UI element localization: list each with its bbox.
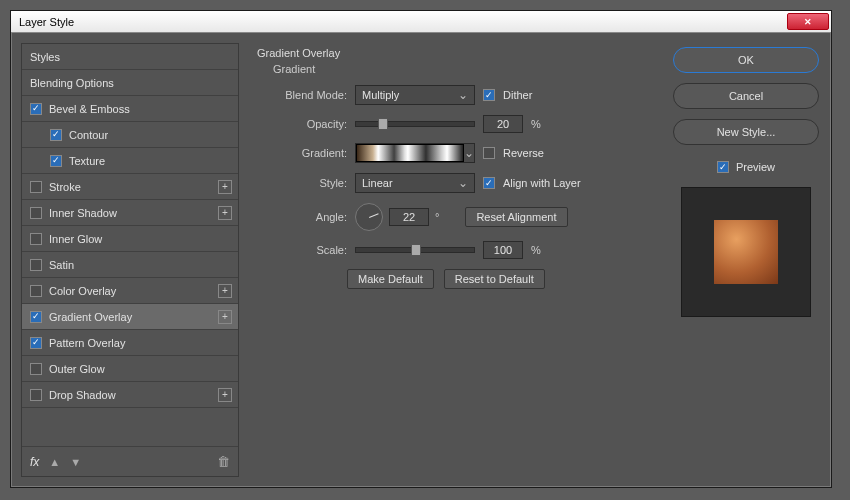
- blend-mode-dropdown[interactable]: Multiply: [355, 85, 475, 105]
- add-effect-button[interactable]: +: [218, 310, 232, 324]
- style-checkbox[interactable]: [30, 389, 42, 401]
- angle-label: Angle:: [257, 211, 347, 223]
- dither-label: Dither: [503, 89, 532, 101]
- styles-footer: fx ▲ ▼ 🗑: [22, 446, 238, 476]
- style-item-inner-shadow[interactable]: Inner Shadow+: [22, 200, 238, 226]
- gradient-label: Gradient:: [257, 147, 347, 159]
- style-checkbox[interactable]: [30, 285, 42, 297]
- style-label: Inner Glow: [49, 233, 102, 245]
- angle-dial[interactable]: [355, 203, 383, 231]
- style-label: Texture: [69, 155, 105, 167]
- style-dropdown[interactable]: Linear: [355, 173, 475, 193]
- close-button[interactable]: ✕: [787, 13, 829, 30]
- style-checkbox[interactable]: [30, 103, 42, 115]
- add-effect-button[interactable]: +: [218, 206, 232, 220]
- dialog-body: StylesBlending OptionsBevel & EmbossCont…: [11, 33, 831, 487]
- style-label: Inner Shadow: [49, 207, 117, 219]
- style-checkbox[interactable]: [30, 207, 42, 219]
- style-label: Drop Shadow: [49, 389, 116, 401]
- make-default-button[interactable]: Make Default: [347, 269, 434, 289]
- fx-icon[interactable]: fx: [30, 455, 39, 469]
- cancel-button[interactable]: Cancel: [673, 83, 819, 109]
- preview-label: Preview: [736, 161, 775, 173]
- style-item-contour[interactable]: Contour: [22, 122, 238, 148]
- style-label: Color Overlay: [49, 285, 116, 297]
- style-label: Gradient Overlay: [49, 311, 132, 323]
- style-label: Style:: [257, 177, 347, 189]
- angle-input[interactable]: [389, 208, 429, 226]
- preview-box: [681, 187, 811, 317]
- style-label: Styles: [30, 51, 60, 63]
- style-checkbox[interactable]: [30, 311, 42, 323]
- trash-icon[interactable]: 🗑: [217, 454, 230, 469]
- reset-alignment-button[interactable]: Reset Alignment: [465, 207, 567, 227]
- layer-style-dialog: Layer Style ✕ StylesBlending OptionsBeve…: [10, 10, 832, 488]
- style-item-blending-options[interactable]: Blending Options: [22, 70, 238, 96]
- style-label: Bevel & Emboss: [49, 103, 130, 115]
- gradient-preview: [356, 144, 464, 162]
- reset-default-button[interactable]: Reset to Default: [444, 269, 545, 289]
- style-label: Pattern Overlay: [49, 337, 125, 349]
- angle-unit: °: [435, 211, 439, 223]
- add-effect-button[interactable]: +: [218, 284, 232, 298]
- add-effect-button[interactable]: +: [218, 180, 232, 194]
- style-item-satin[interactable]: Satin: [22, 252, 238, 278]
- style-item-inner-glow[interactable]: Inner Glow: [22, 226, 238, 252]
- style-item-color-overlay[interactable]: Color Overlay+: [22, 278, 238, 304]
- reverse-checkbox[interactable]: [483, 147, 495, 159]
- style-item-drop-shadow[interactable]: Drop Shadow+: [22, 382, 238, 408]
- style-label: Stroke: [49, 181, 81, 193]
- style-item-pattern-overlay[interactable]: Pattern Overlay: [22, 330, 238, 356]
- scale-unit: %: [531, 244, 541, 256]
- titlebar[interactable]: Layer Style ✕: [11, 11, 831, 33]
- style-item-styles[interactable]: Styles: [22, 44, 238, 70]
- style-label: Blending Options: [30, 77, 114, 89]
- scale-label: Scale:: [257, 244, 347, 256]
- window-title: Layer Style: [19, 16, 74, 28]
- opacity-label: Opacity:: [257, 118, 347, 130]
- style-checkbox[interactable]: [30, 363, 42, 375]
- new-style-button[interactable]: New Style...: [673, 119, 819, 145]
- style-checkbox[interactable]: [30, 181, 42, 193]
- opacity-unit: %: [531, 118, 541, 130]
- preview-swatch: [714, 220, 778, 284]
- blend-mode-label: Blend Mode:: [257, 89, 347, 101]
- move-down-icon[interactable]: ▼: [70, 456, 81, 468]
- opacity-input[interactable]: [483, 115, 523, 133]
- align-label: Align with Layer: [503, 177, 581, 189]
- style-checkbox[interactable]: [30, 259, 42, 271]
- scale-slider[interactable]: [355, 247, 475, 253]
- style-checkbox[interactable]: [50, 155, 62, 167]
- ok-button[interactable]: OK: [673, 47, 819, 73]
- right-panel: OK Cancel New Style... Preview: [671, 43, 821, 477]
- panel-subtitle: Gradient: [273, 63, 653, 75]
- style-label: Contour: [69, 129, 108, 141]
- style-item-gradient-overlay[interactable]: Gradient Overlay+: [22, 304, 238, 330]
- move-up-icon[interactable]: ▲: [49, 456, 60, 468]
- options-panel: Gradient Overlay Gradient Blend Mode: Mu…: [249, 43, 661, 477]
- reverse-label: Reverse: [503, 147, 544, 159]
- dither-checkbox[interactable]: [483, 89, 495, 101]
- panel-title: Gradient Overlay: [257, 47, 653, 59]
- style-item-texture[interactable]: Texture: [22, 148, 238, 174]
- styles-list: StylesBlending OptionsBevel & EmbossCont…: [21, 43, 239, 477]
- gradient-picker[interactable]: [355, 143, 475, 163]
- style-checkbox[interactable]: [30, 337, 42, 349]
- style-checkbox[interactable]: [30, 233, 42, 245]
- add-effect-button[interactable]: +: [218, 388, 232, 402]
- style-label: Outer Glow: [49, 363, 105, 375]
- preview-checkbox[interactable]: [717, 161, 729, 173]
- opacity-slider[interactable]: [355, 121, 475, 127]
- style-item-stroke[interactable]: Stroke+: [22, 174, 238, 200]
- style-item-outer-glow[interactable]: Outer Glow: [22, 356, 238, 382]
- scale-input[interactable]: [483, 241, 523, 259]
- style-item-bevel-emboss[interactable]: Bevel & Emboss: [22, 96, 238, 122]
- style-checkbox[interactable]: [50, 129, 62, 141]
- align-checkbox[interactable]: [483, 177, 495, 189]
- style-label: Satin: [49, 259, 74, 271]
